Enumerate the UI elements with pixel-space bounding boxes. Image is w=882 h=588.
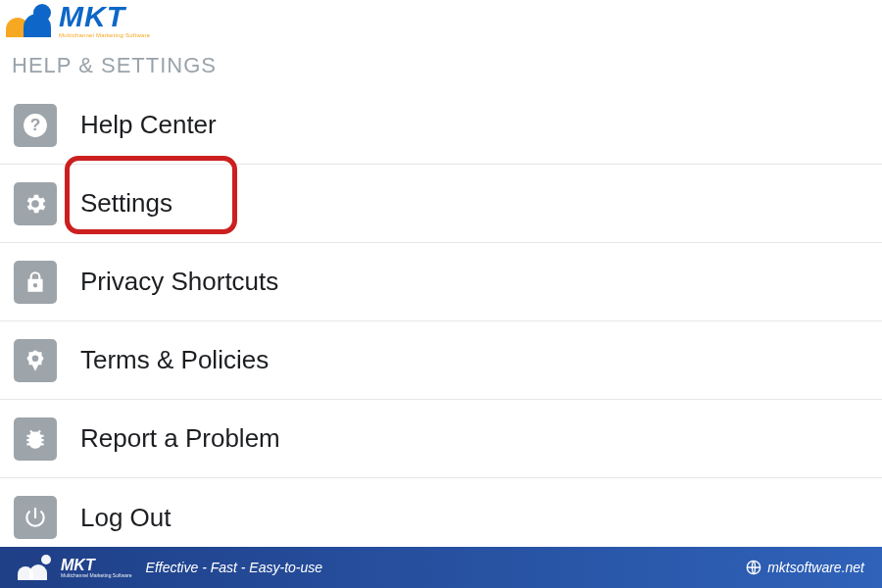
menu-item-label: Log Out bbox=[80, 503, 172, 533]
menu-item-log-out[interactable]: Log Out bbox=[0, 478, 882, 557]
footer-banner: MKT Multichannel Marketing Software Effe… bbox=[0, 547, 882, 588]
menu-item-privacy-shortcuts[interactable]: Privacy Shortcuts bbox=[0, 243, 882, 321]
gear-icon bbox=[14, 182, 57, 225]
menu-item-terms-policies[interactable]: Terms & Policies bbox=[0, 321, 882, 400]
menu-item-report-problem[interactable]: Report a Problem bbox=[0, 400, 882, 478]
question-icon: ? bbox=[14, 104, 57, 147]
footer-slogan: Effective - Fast - Easy-to-use bbox=[146, 560, 323, 575]
footer-site-link[interactable]: mktsoftware.net bbox=[746, 560, 864, 575]
footer-site-text: mktsoftware.net bbox=[767, 560, 864, 575]
menu-item-help-center[interactable]: ? Help Center bbox=[0, 86, 882, 165]
brand-tagline: Multichannel Marketing Software bbox=[59, 32, 150, 38]
menu-item-label: Help Center bbox=[80, 110, 217, 140]
footer-brand-name: MKT bbox=[61, 558, 132, 573]
svg-text:?: ? bbox=[30, 115, 41, 134]
brand-logo-top: MKT Multichannel Marketing Software bbox=[6, 2, 150, 38]
footer-brand-sub: Multichannel Marketing Software bbox=[61, 573, 132, 578]
menu-item-label: Report a Problem bbox=[80, 423, 280, 454]
brand-name: MKT bbox=[59, 2, 150, 31]
power-icon bbox=[14, 496, 57, 539]
menu-item-label: Terms & Policies bbox=[80, 345, 269, 375]
section-title: HELP & SETTINGS bbox=[12, 53, 217, 78]
lock-icon bbox=[14, 261, 57, 304]
brand-mark-icon bbox=[6, 4, 53, 37]
brand-mark-footer-icon bbox=[18, 555, 51, 580]
help-settings-menu: ? Help Center Settings Privacy Shortcuts… bbox=[0, 86, 882, 557]
menu-item-settings[interactable]: Settings bbox=[0, 165, 882, 243]
ribbon-icon bbox=[14, 339, 57, 382]
menu-item-label: Settings bbox=[80, 188, 172, 219]
menu-item-label: Privacy Shortcuts bbox=[80, 267, 278, 297]
globe-icon bbox=[746, 560, 761, 575]
bug-icon bbox=[14, 417, 57, 461]
